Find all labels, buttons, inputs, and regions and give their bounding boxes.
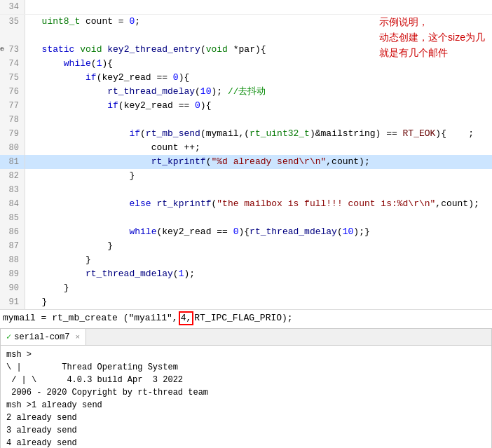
code-line-82: 82 }	[0, 169, 492, 183]
code-line-76: 76 rt_thread_mdelay(10); //去抖动	[0, 85, 492, 99]
code-line-85: 85	[0, 211, 492, 225]
code-line-89: 89 rt_thread_mdelay(1);	[0, 267, 492, 281]
tab-check-icon: ✓	[6, 332, 11, 342]
code-line-90: 90 }	[0, 281, 492, 295]
code-line-88: 88 }	[0, 253, 492, 267]
code-line-78: 78	[0, 113, 492, 127]
code-line-91: 91 }	[0, 295, 492, 309]
code-line-83: 83	[0, 183, 492, 197]
code-line-34: 34	[0, 0, 492, 15]
editor-container: 34 35 uint8_t count = 0; 73⊕ static void…	[0, 0, 492, 448]
code-line-81: 81 rt_kprintf("%d already send\r\n",coun…	[0, 155, 492, 169]
terminal-panel: ✓ serial-com7 × msh > \ | Thread Operati…	[0, 328, 492, 448]
annotation-line1: 示例说明，	[379, 14, 485, 29]
terminal-tab-bar: ✓ serial-com7 ×	[1, 329, 491, 346]
annotation-text: 示例说明， 动态创建，这个size为几 就是有几个邮件	[379, 14, 485, 60]
mb-create-line: mymail = rt_mb_create ("myail1", 4, RT_I…	[0, 309, 492, 327]
terminal-tab[interactable]: ✓ serial-com7 ×	[1, 329, 86, 345]
code-line-86: 86 while(key2_read == 0){rt_thread_mdela…	[0, 225, 492, 239]
code-line-84: 84 else rt_kprintf("the mailbox is full!…	[0, 197, 492, 211]
code-line-80: 80 count ++;	[0, 141, 492, 155]
code-line-75: 75 if(key2_read == 0){	[0, 71, 492, 85]
code-line-87: 87 }	[0, 239, 492, 253]
annotation-line3: 就是有几个邮件	[379, 45, 485, 60]
code-line-77: 77 if(key2_read == 0){	[0, 99, 492, 113]
highlight-4: 4,	[179, 311, 194, 325]
tab-close-button[interactable]: ×	[75, 333, 80, 341]
terminal-output: msh > \ | Thread Operating System / | \ …	[1, 346, 491, 448]
code-line-79: 79 if(rt_mb_send(mymail,(rt_uint32_t)&ma…	[0, 127, 492, 141]
terminal-tab-label: serial-com7	[14, 332, 69, 342]
annotation-line2: 动态创建，这个size为几	[379, 29, 485, 45]
